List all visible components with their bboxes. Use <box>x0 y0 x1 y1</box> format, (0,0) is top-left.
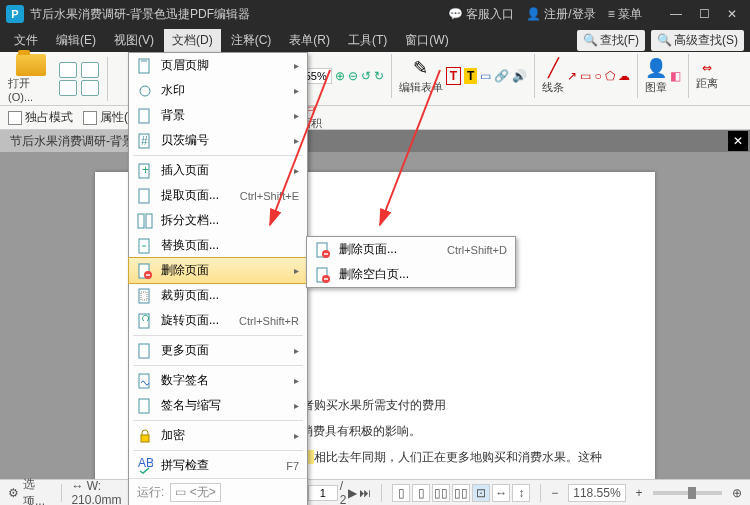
exclusive-icon <box>8 111 22 125</box>
menu-document[interactable]: 文档(D) <box>164 29 221 52</box>
login-link[interactable]: 👤 注册/登录 <box>526 6 596 23</box>
subtoolbar: 独占模式 属性(P)... <box>0 106 750 130</box>
svg-rect-3 <box>139 109 149 123</box>
menu-tools[interactable]: 工具(T) <box>340 29 395 52</box>
menu-run-footer: 运行: ▭ <无> <box>129 478 307 505</box>
find-button[interactable]: 🔍查找(F) <box>577 30 645 51</box>
menu-more-pages[interactable]: 更多页面▸ <box>129 338 307 363</box>
options-button[interactable]: ⚙ 选项... <box>8 476 51 506</box>
app-icon: P <box>6 5 24 23</box>
zoom-slider[interactable] <box>653 491 722 495</box>
polygon-icon[interactable]: ⬠ <box>605 69 615 83</box>
menu-file[interactable]: 文件 <box>6 29 46 52</box>
menu-window[interactable]: 窗口(W) <box>397 29 456 52</box>
nav-next-icon[interactable]: ▶ <box>348 486 357 500</box>
zoom-out-button[interactable]: − <box>551 486 558 500</box>
svg-rect-9 <box>138 214 144 228</box>
main-menu-button[interactable]: ≡ 菜单 <box>608 6 642 23</box>
menu-crop-page[interactable]: 裁剪页面... <box>129 283 307 308</box>
view-width-icon[interactable]: ↔ <box>492 484 510 502</box>
link-icon[interactable]: 🔗 <box>494 69 509 83</box>
menu-digital-sign[interactable]: 数字签名▸ <box>129 368 307 393</box>
menu-spell-check[interactable]: ABC拼写检查F7 <box>129 453 307 478</box>
minimize-button[interactable]: — <box>664 4 688 24</box>
zoom-in-icon[interactable]: ⊕ <box>335 69 345 83</box>
menu-edit[interactable]: 编辑(E) <box>48 29 104 52</box>
zoom-reset-icon[interactable]: ⊕ <box>732 486 742 500</box>
email-icon[interactable] <box>81 80 99 96</box>
menu-forms[interactable]: 表单(R) <box>281 29 338 52</box>
menu-sign-abbrev[interactable]: 签名与缩写▸ <box>129 393 307 418</box>
circle-icon[interactable]: ○ <box>594 69 601 83</box>
rotate-left-icon[interactable]: ↺ <box>361 69 371 83</box>
menu-background[interactable]: 背景▸ <box>129 103 307 128</box>
view-height-icon[interactable]: ↕ <box>512 484 530 502</box>
view-book-icon[interactable]: ▯▯ <box>452 484 470 502</box>
menu-view[interactable]: 视图(V) <box>106 29 162 52</box>
svg-rect-8 <box>139 189 149 203</box>
text-box-icon[interactable]: T <box>446 67 461 85</box>
submenu-delete-blank[interactable]: 删除空白页... <box>307 262 515 287</box>
menu-split-doc[interactable]: 拆分文档... <box>129 208 307 233</box>
advanced-find-button[interactable]: 🔍高级查找(S) <box>651 30 744 51</box>
tab-strip: 节后水果消费调研-背景色 × ✕ <box>0 130 750 152</box>
toolbar: 打开(O)... 55% ⊕ ⊖ ↺ ↻ ✎ 编辑表单 T T ▭ 🔗 🔊 ╱ … <box>0 52 750 106</box>
svg-rect-21 <box>141 435 149 442</box>
view-facing-icon[interactable]: ▯▯ <box>432 484 450 502</box>
exclusive-mode-button[interactable]: 独占模式 <box>8 109 73 126</box>
statusbar: ⚙ 选项... ↔ W: 210.0mm ↕ H: 297.0mm ✛X:Y: … <box>0 479 750 505</box>
close-button[interactable]: ✕ <box>720 4 744 24</box>
print-icon[interactable] <box>81 62 99 78</box>
folder-icon <box>16 54 46 76</box>
page-number-input[interactable] <box>308 485 338 501</box>
lines-button[interactable]: ╱ 线条 <box>542 57 564 95</box>
open-button[interactable]: 打开(O)... <box>8 54 55 103</box>
stamp-button[interactable]: 👤 图章 <box>645 57 667 95</box>
distance-icon[interactable]: ⇔ <box>702 61 712 75</box>
titlebar: P 节后水果消费调研-背景色迅捷PDF编辑器 💬 客服入口 👤 注册/登录 ≡ … <box>0 0 750 28</box>
menu-bates[interactable]: #贝茨编号▸ <box>129 128 307 153</box>
zoom-in-button[interactable]: + <box>636 486 643 500</box>
customer-service-link[interactable]: 💬 客服入口 <box>448 6 514 23</box>
menu-annotate[interactable]: 注释(C) <box>223 29 280 52</box>
close-all-tabs-button[interactable]: ✕ <box>728 131 748 151</box>
svg-rect-10 <box>146 214 152 228</box>
menu-encrypt[interactable]: 加密▸ <box>129 423 307 448</box>
menu-watermark[interactable]: 水印▸ <box>129 78 307 103</box>
highlight-icon[interactable]: T <box>464 68 477 84</box>
sound-icon[interactable]: 🔊 <box>512 69 527 83</box>
svg-rect-20 <box>139 399 149 413</box>
select-icon[interactable]: ▭ <box>480 69 491 83</box>
window-title: 节后水果消费调研-背景色迅捷PDF编辑器 <box>30 6 448 23</box>
svg-rect-18 <box>139 344 149 358</box>
cloud-icon[interactable]: ☁ <box>618 69 630 83</box>
delete-page-submenu: 删除页面...Ctrl+Shift+D 删除空白页... <box>306 236 516 288</box>
menu-delete-page[interactable]: 删除页面▸ <box>128 257 308 284</box>
document-menu-dropdown: 页眉页脚▸ 水印▸ 背景▸ #贝茨编号▸ +插入页面▸ 提取页面...Ctrl+… <box>128 52 308 505</box>
menu-insert-page[interactable]: +插入页面▸ <box>129 158 307 183</box>
arrow-icon[interactable]: ↗ <box>567 69 577 83</box>
rect-icon[interactable]: ▭ <box>580 69 591 83</box>
rotate-right-icon[interactable]: ↻ <box>374 69 384 83</box>
maximize-button[interactable]: ☐ <box>692 4 716 24</box>
menu-replace-page[interactable]: 替换页面... <box>129 233 307 258</box>
menu-header-footer[interactable]: 页眉页脚▸ <box>129 53 307 78</box>
menubar: 文件 编辑(E) 视图(V) 文档(D) 注释(C) 表单(R) 工具(T) 窗… <box>0 28 750 52</box>
nav-last-icon[interactable]: ⏭ <box>359 486 371 500</box>
menu-extract-page[interactable]: 提取页面...Ctrl+Shift+E <box>129 183 307 208</box>
save-icon[interactable] <box>59 80 77 96</box>
workspace: 回落了 48.9%，这意味着消费者购买水果所需支付的费用 鼓励消费者增加水果的购… <box>0 152 750 502</box>
zoom-level[interactable]: 118.55% <box>568 484 625 502</box>
svg-text:ABC: ABC <box>138 458 153 470</box>
zoom-out-icon[interactable]: ⊖ <box>348 69 358 83</box>
view-fit-icon[interactable]: ⊡ <box>472 484 490 502</box>
svg-point-2 <box>140 86 150 96</box>
submenu-delete-pages[interactable]: 删除页面...Ctrl+Shift+D <box>307 237 515 262</box>
menu-rotate-page[interactable]: 旋转页面...Ctrl+Shift+R <box>129 308 307 333</box>
edit-form-button[interactable]: ✎ 编辑表单 <box>399 57 443 95</box>
view-continuous-icon[interactable]: ▯ <box>412 484 430 502</box>
svg-text:+: + <box>142 163 149 177</box>
view-single-icon[interactable]: ▯ <box>392 484 410 502</box>
eraser-icon[interactable]: ◧ <box>670 69 681 83</box>
new-doc-icon[interactable] <box>59 62 77 78</box>
